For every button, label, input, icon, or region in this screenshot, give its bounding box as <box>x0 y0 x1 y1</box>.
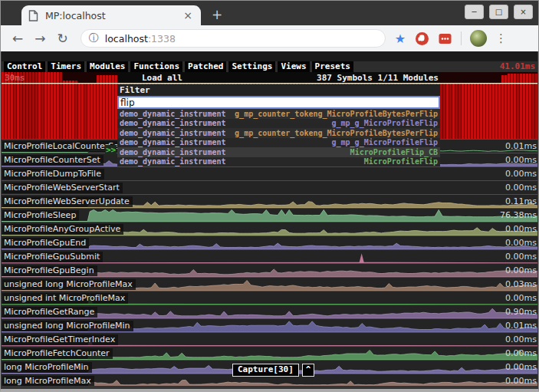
filter-input[interactable] <box>117 96 440 109</box>
result-symbol-name: g_mp_counter_tokeng_MicroProfileBytesPer… <box>235 129 438 137</box>
result-module-name: demo_dynamic_instrument <box>120 157 225 166</box>
timer-row: unsigned int MicroProfileMax0.00ms <box>2 291 537 305</box>
profiler-page: ControlTimersModulesFunctionsPatchedSett… <box>2 51 537 386</box>
timer-value: 0.00ms <box>505 265 537 275</box>
timer-row: MicroProfileGpuSubmit0.00ms <box>2 249 537 263</box>
result-module-name: demo_dynamic_instrument <box>120 119 225 127</box>
address-bar[interactable]: ⓘ localhost :1338 <box>81 29 386 48</box>
timer-row: MicroProfileGpuEnd0.00ms <box>2 236 537 249</box>
window-maximize-button[interactable]: □ <box>489 5 508 19</box>
result-symbol-name: g_mp_g_MicroProfileFlip <box>332 119 438 127</box>
timer-value: 0.03ms <box>505 279 537 289</box>
timer-label[interactable]: unsigned long MicroProfileMax <box>2 279 136 290</box>
filter-result-row[interactable]: demo_dynamic_instrumentg_mp_g_MicroProfi… <box>117 119 440 129</box>
new-tab-button[interactable]: + <box>212 7 222 22</box>
menu-item-functions[interactable]: Functions <box>130 61 182 72</box>
menu-item-settings[interactable]: Settings <box>228 61 275 72</box>
result-module-name: demo_dynamic_instrument <box>120 148 225 156</box>
menu-item-modules[interactable]: Modules <box>87 61 128 72</box>
timer-label[interactable]: MicroProfileGetRange <box>2 307 97 318</box>
timer-label[interactable]: unsigned int MicroProfileMax <box>2 293 128 304</box>
window-close-button[interactable]: × <box>514 5 533 19</box>
timer-value: 76.38ms <box>500 210 537 220</box>
timer-row: MicroProfileDumpToFile0.00ms <box>2 166 537 180</box>
menu-item-control[interactable]: Control <box>4 61 45 72</box>
reload-button-icon[interactable]: ↻ <box>58 32 68 45</box>
timer-label[interactable]: long MicroProfileMax <box>2 376 94 386</box>
result-symbol-name: g_mp_counter_tokeng_MicroProfileBytesPer… <box>235 110 438 118</box>
timer-label[interactable]: MicroProfileAnyGroupActive <box>2 224 123 235</box>
filter-result-row[interactable]: demo_dynamic_instrumentg_mp_counter_toke… <box>117 128 440 138</box>
timer-label[interactable]: MicroProfileGpuEnd <box>2 238 89 249</box>
timer-label[interactable]: MicroProfileFetchCounter <box>2 348 113 359</box>
menu-item-views[interactable]: Views <box>278 61 309 72</box>
timer-value: 0.00ms <box>505 334 537 344</box>
tab-close-icon[interactable]: × <box>182 10 194 21</box>
symbols-status-bar: Load all 387 Symbols 1/11 Modules <box>117 72 440 83</box>
timer-label[interactable]: MicroProfileGpuBegin <box>2 265 97 276</box>
timer-row: MicroProfileGpuBegin0.00ms <box>2 263 537 277</box>
result-module-name: demo_dynamic_instrument <box>120 138 225 147</box>
timer-label[interactable]: MicroProfileGetTimerIndex <box>2 334 118 345</box>
forward-button-icon[interactable]: → <box>35 32 45 45</box>
timer-value: 0.00ms <box>505 252 537 262</box>
result-module-name: demo_dynamic_instrument <box>120 129 225 137</box>
selection-marker: >> <box>105 145 117 155</box>
profile-avatar[interactable] <box>470 30 487 47</box>
browser-menu-icon[interactable]: ⋮ <box>495 31 507 45</box>
result-symbol-name: g_mp_g_MicroProfileFlip <box>332 138 438 147</box>
url-host: localhost <box>105 33 148 44</box>
window-controls: ─ □ × <box>465 5 533 19</box>
timer-label[interactable]: MicroProfileGpuSubmit <box>2 252 103 262</box>
timer-value: 0.00ms <box>505 169 537 179</box>
bookmark-star-icon[interactable]: ★ <box>395 31 406 46</box>
timer-label[interactable]: MicroProfileCounterSet <box>2 155 104 166</box>
timer-value: 0.00ms <box>505 348 537 358</box>
toolbar-separator <box>461 31 462 45</box>
browser-titlebar: MP:localhost × + ─ □ × <box>1 1 538 25</box>
timer-row: MicroProfileAnyGroupActive0.00ms <box>2 222 537 236</box>
timer-value: 0.01ms <box>505 141 537 151</box>
timer-label[interactable]: MicroProfileWebServerUpdate <box>2 196 133 207</box>
timer-label[interactable]: unsigned long MicroProfileMin <box>2 321 133 331</box>
filter-result-row[interactable]: demo_dynamic_instrumentg_mp_counter_toke… <box>117 109 440 119</box>
site-info-icon[interactable]: ⓘ <box>89 31 99 45</box>
timer-label[interactable]: MicroProfileWebServerStart <box>2 183 123 193</box>
capture-button[interactable]: Capture[30] <box>232 364 299 377</box>
symbols-status: 387 Symbols 1/11 Modules <box>317 73 439 83</box>
result-module-name: demo_dynamic_instrument <box>120 110 225 118</box>
back-button-icon[interactable]: ← <box>12 32 23 45</box>
timer-row: MicroProfileGetRange0.90ms <box>2 305 537 318</box>
filter-result-row[interactable]: demo_dynamic_instrumentg_mp_g_MicroProfi… <box>117 138 440 148</box>
browser-toolbar: ← → ↻ ⓘ localhost :1338 ★ ⋮ <box>1 25 538 51</box>
menu-item-patched[interactable]: Patched <box>185 61 226 72</box>
filter-result-row[interactable]: demo_dynamic_instrumentMicroProfileFlip_… <box>117 147 440 157</box>
timer-row: unsigned long MicroProfileMin0.01ms <box>2 318 537 332</box>
timer-row: MicroProfileSleep76.38ms <box>2 208 537 222</box>
timer-value: 0.00ms <box>505 238 537 248</box>
timer-value: 0.00ms <box>505 224 537 234</box>
browser-window: MP:localhost × + ─ □ × ← → ↻ ⓘ localhost… <box>0 0 539 392</box>
timer-label[interactable]: MicroProfileSleep <box>2 210 79 221</box>
url-port: :1338 <box>148 33 176 44</box>
timer-label[interactable]: long MicroProfileMin <box>2 362 92 373</box>
timer-row: MicroProfileGetTimerIndex0.00ms <box>2 332 537 346</box>
result-symbol-name: MicroProfileFlip <box>364 157 438 166</box>
timer-label[interactable]: MicroProfileDumpToFile <box>2 169 104 180</box>
adblock-extension-icon[interactable] <box>415 31 429 46</box>
tab-title: MP:localhost <box>45 10 182 21</box>
window-minimize-button[interactable]: ─ <box>465 5 484 19</box>
filter-result-row[interactable]: demo_dynamic_instrumentMicroProfileFlip <box>117 157 440 167</box>
menu-item-presets[interactable]: Presets <box>312 61 353 72</box>
timer-value: 0.00ms <box>505 183 537 193</box>
timer-value: 0.00ms <box>505 376 537 386</box>
menu-item-timers[interactable]: Timers <box>48 61 84 72</box>
browser-tab[interactable]: MP:localhost × <box>21 5 201 25</box>
red-dots-extension-icon[interactable] <box>439 33 452 44</box>
timer-row: unsigned long MicroProfileMax0.03ms <box>2 277 537 291</box>
capture-toggle-button[interactable]: ^ <box>302 364 315 377</box>
timer-value: 0.00ms <box>505 362 537 372</box>
timer-value: 0.90ms <box>505 307 537 317</box>
load-all-button[interactable]: Load all <box>142 73 182 83</box>
threshold-label: 30ms <box>5 73 25 83</box>
